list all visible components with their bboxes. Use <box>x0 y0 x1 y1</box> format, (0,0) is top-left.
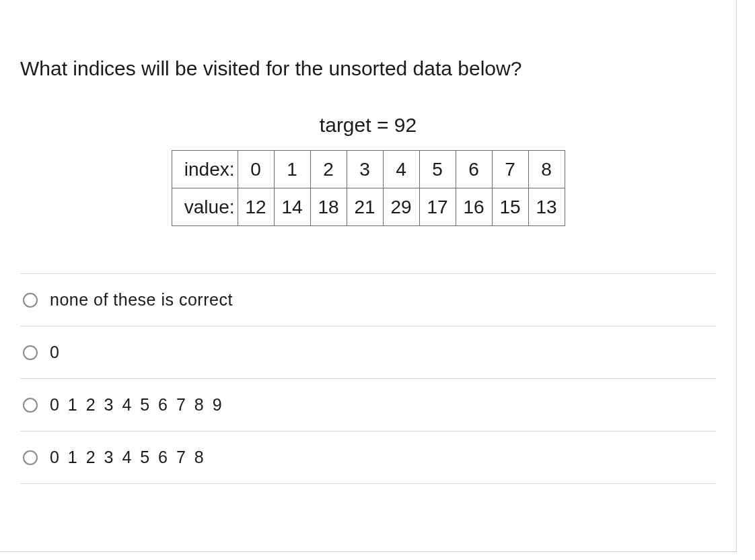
value-cell: 17 <box>419 188 456 226</box>
radio-icon[interactable] <box>23 345 38 360</box>
index-row: index: 0 1 2 3 4 5 6 7 8 <box>172 151 565 188</box>
index-cell: 0 <box>238 151 274 188</box>
option-4[interactable]: 0 1 2 3 4 5 6 7 8 <box>20 431 716 484</box>
question-card: What indices will be visited for the uns… <box>0 0 737 552</box>
value-cell: 29 <box>383 188 419 226</box>
question-text: What indices will be visited for the uns… <box>20 57 716 80</box>
value-cell: 21 <box>347 188 383 226</box>
value-cell: 12 <box>238 188 274 226</box>
index-cell: 3 <box>347 151 383 188</box>
data-table-wrap: index: 0 1 2 3 4 5 6 7 8 value: 12 14 18… <box>20 150 716 226</box>
index-cell: 4 <box>383 151 419 188</box>
index-cell: 7 <box>492 151 528 188</box>
option-label: 0 1 2 3 4 5 6 7 8 9 <box>50 395 224 415</box>
index-cell: 5 <box>419 151 456 188</box>
value-cell: 18 <box>310 188 347 226</box>
value-row: value: 12 14 18 21 29 17 16 15 13 <box>172 188 565 226</box>
value-label: value: <box>172 188 238 226</box>
index-cell: 1 <box>274 151 310 188</box>
option-1[interactable]: none of these is correct <box>20 274 716 326</box>
options-list: none of these is correct 0 0 1 2 3 4 5 6… <box>20 273 716 484</box>
radio-icon[interactable] <box>23 398 38 413</box>
value-cell: 15 <box>492 188 528 226</box>
option-label: 0 <box>50 343 59 362</box>
value-cell: 14 <box>274 188 310 226</box>
radio-icon[interactable] <box>23 293 38 308</box>
index-cell: 2 <box>310 151 347 188</box>
option-2[interactable]: 0 <box>20 326 716 379</box>
value-cell: 13 <box>528 188 565 226</box>
target-text: target = 92 <box>20 114 716 137</box>
index-label: index: <box>172 151 238 188</box>
data-table: index: 0 1 2 3 4 5 6 7 8 value: 12 14 18… <box>172 150 565 226</box>
index-cell: 8 <box>528 151 565 188</box>
index-cell: 6 <box>456 151 492 188</box>
option-label: none of these is correct <box>50 290 233 310</box>
radio-icon[interactable] <box>23 450 38 465</box>
option-label: 0 1 2 3 4 5 6 7 8 <box>50 448 206 467</box>
value-cell: 16 <box>456 188 492 226</box>
option-3[interactable]: 0 1 2 3 4 5 6 7 8 9 <box>20 379 716 431</box>
